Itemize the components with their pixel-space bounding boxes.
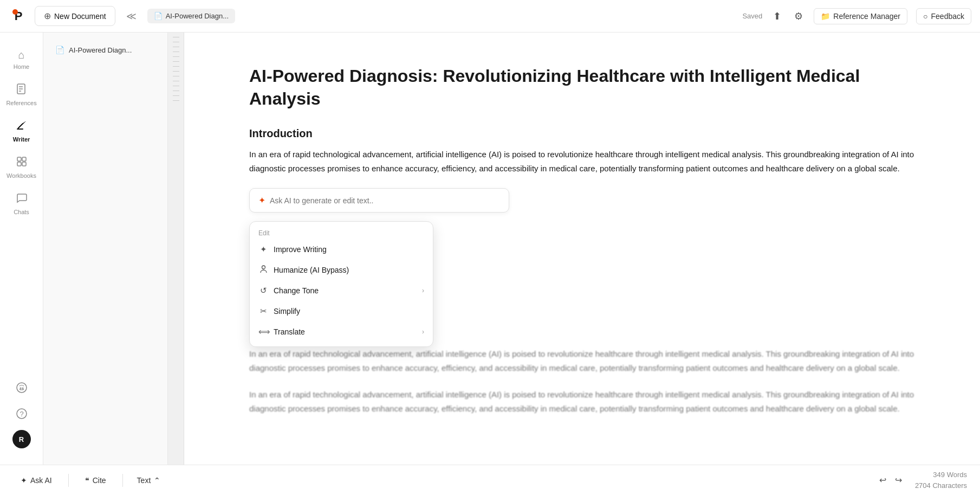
avatar-letter: R <box>19 435 24 443</box>
svg-rect-5 <box>17 157 21 161</box>
svg-rect-6 <box>22 157 26 161</box>
new-document-button[interactable]: ⊕ New Document <box>35 6 115 26</box>
doc-list-item-label: AI-Powered Diagn... <box>69 46 132 54</box>
main-layout: ⌂ Home References Writer <box>0 33 980 465</box>
undo-redo-controls: ↩ ↪ <box>877 473 904 487</box>
simplify-label: Simplify <box>274 307 300 316</box>
dropdown-section-edit: Edit <box>250 226 433 239</box>
topbar: P ⊕ New Document ≪ 📄 AI-Powered Diagn...… <box>0 0 980 33</box>
bottom-toolbar-left: ✦ Ask AI ❝ Cite Text ⌃ <box>13 473 166 488</box>
feedback-button[interactable]: ○ Feedback <box>916 8 971 24</box>
cite-label: Cite <box>93 476 106 485</box>
ruler-tick <box>173 76 179 76</box>
paragraph-2: In an era of rapid technological advance… <box>249 347 915 375</box>
paragraph-1: In an era of rapid technological advance… <box>249 147 915 175</box>
sidebar-item-chats-label: Chats <box>14 209 29 215</box>
svg-point-12 <box>262 266 265 269</box>
ruler-tick <box>173 37 179 37</box>
ruler-tick <box>173 66 179 67</box>
redo-button[interactable]: ↪ <box>893 473 904 487</box>
editor-content: AI-Powered Diagnosis: Revolutionizing He… <box>249 65 915 415</box>
improve-writing-label: Improve Writing <box>274 245 327 254</box>
doc-file-icon: 📄 <box>55 46 64 54</box>
word-count-display: 349 Words 2704 Characters <box>915 470 967 491</box>
collapse-sidebar-button[interactable]: ≪ <box>122 8 141 24</box>
topbar-left: P ⊕ New Document ≪ 📄 AI-Powered Diagn... <box>9 6 736 26</box>
cite-button[interactable]: ❝ Cite <box>77 473 114 488</box>
translate-chevron: › <box>422 328 424 336</box>
cite-quote-icon: ❝ <box>85 476 89 485</box>
word-count-label: 349 Words <box>915 470 967 480</box>
saved-status: Saved <box>742 12 762 20</box>
paragraph-3: In an era of rapid technological advance… <box>249 388 915 415</box>
reference-manager-button[interactable]: 📁 Reference Manager <box>814 8 907 24</box>
sidebar-item-writer-label: Writer <box>13 136 30 143</box>
dropdown-item-humanize[interactable]: Humanize (AI Bypass) <box>250 260 433 280</box>
doc-list-item[interactable]: 📄 AI-Powered Diagn... <box>50 41 161 59</box>
ai-input-box[interactable]: ✦ <box>249 188 509 213</box>
improve-writing-icon: ✦ <box>258 245 268 254</box>
docs-panel: 📄 AI-Powered Diagn... <box>43 33 168 465</box>
simplify-icon: ✂ <box>258 306 268 316</box>
ai-dropdown-menu: Edit ✦ Improve Writing <box>249 221 433 347</box>
translate-label: Translate <box>274 327 305 336</box>
change-tone-chevron: › <box>422 287 424 294</box>
ruler-tick <box>173 95 179 96</box>
toolbar-divider-1 <box>68 474 69 487</box>
logo-dot <box>12 9 18 15</box>
sidebar-bottom: ? R <box>12 378 31 454</box>
undo-button[interactable]: ↩ <box>877 473 888 487</box>
ai-text-input[interactable] <box>270 196 500 205</box>
sidebar-item-home[interactable]: ⌂ Home <box>3 43 40 75</box>
ruler-tick <box>173 47 179 47</box>
ruler-tick <box>173 86 179 86</box>
dropdown-item-translate[interactable]: ⟺ Translate › <box>250 322 433 342</box>
char-count-label: 2704 Characters <box>915 480 967 491</box>
discord-button[interactable] <box>12 378 31 397</box>
text-label: Text <box>137 476 151 485</box>
ask-ai-spark-icon: ✦ <box>21 476 27 485</box>
dropdown-item-simplify[interactable]: ✂ Simplify <box>250 301 433 322</box>
toolbar-divider-2 <box>122 474 123 487</box>
workbooks-icon <box>16 156 28 170</box>
text-format-button[interactable]: Text ⌃ <box>132 473 166 488</box>
ruler-tick <box>173 61 179 62</box>
folder-icon: 📁 <box>821 12 830 21</box>
sidebar-item-workbooks[interactable]: Workbooks <box>3 150 40 184</box>
ruler-tick <box>173 91 179 91</box>
ruler-tick <box>173 100 179 101</box>
ask-ai-button[interactable]: ✦ Ask AI <box>13 473 60 488</box>
change-tone-label: Change Tone <box>274 286 319 295</box>
bottom-toolbar: ✦ Ask AI ❝ Cite Text ⌃ ↩ ↪ 349 Words 270… <box>0 465 980 495</box>
ai-overlay-wrapper: ✦ Edit ✦ Improve Writing <box>249 188 915 347</box>
humanize-label: Humanize (AI Bypass) <box>274 266 349 274</box>
left-sidebar: ⌂ Home References Writer <box>0 33 43 465</box>
sidebar-item-references[interactable]: References <box>3 78 40 112</box>
svg-rect-7 <box>17 162 21 166</box>
doc-tab-name: AI-Powered Diagn... <box>166 12 229 20</box>
dropdown-item-improve-writing[interactable]: ✦ Improve Writing <box>250 239 433 260</box>
settings-button[interactable]: ⚙ <box>792 8 805 24</box>
intro-heading: Introduction <box>249 127 915 140</box>
writer-icon <box>16 119 28 134</box>
blurred-content: In an era of rapid technological advance… <box>249 347 915 415</box>
sidebar-item-chats[interactable]: Chats <box>3 187 40 221</box>
sidebar-item-writer[interactable]: Writer <box>3 114 40 148</box>
ai-spark-icon: ✦ <box>258 195 265 205</box>
feedback-label: Feedback <box>931 12 964 21</box>
home-icon: ⌂ <box>18 49 24 61</box>
dropdown-item-change-tone[interactable]: ↺ Change Tone › <box>250 280 433 301</box>
svg-text:?: ? <box>20 410 23 418</box>
upload-button[interactable]: ⬆ <box>771 8 783 24</box>
circle-icon: ○ <box>923 12 927 21</box>
ruler-tick <box>173 71 179 72</box>
svg-point-9 <box>17 383 27 393</box>
editor-area[interactable]: AI-Powered Diagnosis: Revolutionizing He… <box>184 33 980 465</box>
ask-ai-label: Ask AI <box>30 476 52 485</box>
user-avatar-button[interactable]: R <box>12 430 31 448</box>
document-tab[interactable]: 📄 AI-Powered Diagn... <box>147 9 235 23</box>
reference-manager-label: Reference Manager <box>833 12 900 21</box>
help-button[interactable]: ? <box>12 404 31 423</box>
plus-icon: ⊕ <box>44 11 51 21</box>
logo: P <box>9 7 28 26</box>
